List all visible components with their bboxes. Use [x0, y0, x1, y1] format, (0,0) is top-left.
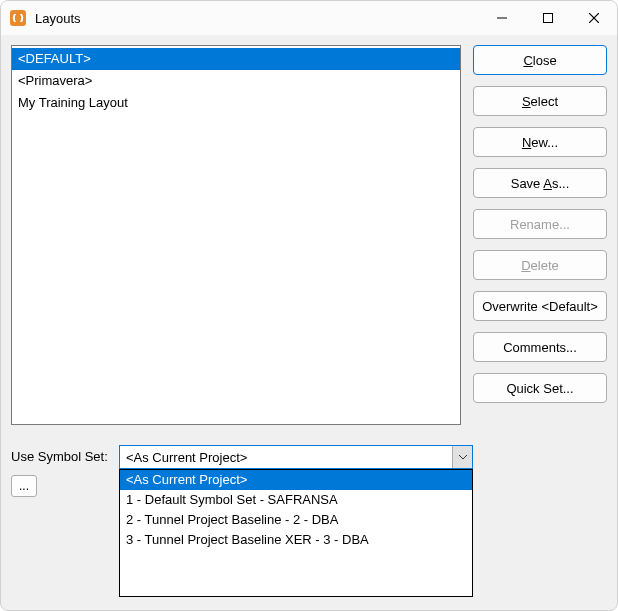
list-item[interactable]: My Training Layout	[12, 92, 460, 114]
maximize-button[interactable]	[525, 1, 571, 35]
comments-button[interactable]: Comments...	[473, 332, 607, 362]
ellipsis-button[interactable]: ...	[11, 475, 37, 497]
minimize-button[interactable]	[479, 1, 525, 35]
svg-rect-0	[10, 10, 26, 26]
window-title: Layouts	[35, 11, 479, 26]
layouts-listbox[interactable]: <DEFAULT><Primavera>My Training Layout	[11, 45, 461, 425]
symbol-set-dropdown[interactable]: <As Current Project>1 - Default Symbol S…	[119, 469, 473, 597]
select-button[interactable]: Select	[473, 86, 607, 116]
dropdown-option[interactable]: 3 - Tunnel Project Baseline XER - 3 - DB…	[120, 530, 472, 550]
rename-button[interactable]: Rename...	[473, 209, 607, 239]
list-item[interactable]: <DEFAULT>	[12, 48, 460, 70]
list-item[interactable]: <Primavera>	[12, 70, 460, 92]
symbol-set-label: Use Symbol Set:	[11, 445, 111, 464]
symbol-set-combo[interactable]: <As Current Project>	[119, 445, 473, 469]
delete-button[interactable]: Delete	[473, 250, 607, 280]
upper-pane: <DEFAULT><Primavera>My Training Layout C…	[11, 45, 607, 425]
svg-rect-2	[544, 14, 553, 23]
overwrite-default-button[interactable]: Overwrite <Default>	[473, 291, 607, 321]
dropdown-option[interactable]: 1 - Default Symbol Set - SAFRANSA	[120, 490, 472, 510]
chevron-down-icon[interactable]	[452, 446, 472, 468]
client-area: <DEFAULT><Primavera>My Training Layout C…	[1, 35, 617, 610]
new-button[interactable]: New...	[473, 127, 607, 157]
lower-pane: Use Symbol Set: <As Current Project> <As…	[11, 445, 607, 469]
symbol-set-combo-wrap: <As Current Project> <As Current Project…	[119, 445, 473, 469]
button-sidebar: Close Select New... Save As... Rename...…	[473, 45, 607, 425]
window-close-button[interactable]	[571, 1, 617, 35]
symbol-set-value: <As Current Project>	[120, 450, 452, 465]
save-as-button[interactable]: Save As...	[473, 168, 607, 198]
title-bar: Layouts	[1, 1, 617, 35]
quick-set-button[interactable]: Quick Set...	[473, 373, 607, 403]
layouts-dialog: Layouts <DEFAULT><Primavera>My Training …	[0, 0, 618, 611]
close-button[interactable]: Close	[473, 45, 607, 75]
dropdown-option[interactable]: <As Current Project>	[120, 470, 472, 490]
dropdown-option[interactable]: 2 - Tunnel Project Baseline - 2 - DBA	[120, 510, 472, 530]
app-icon	[9, 9, 27, 27]
